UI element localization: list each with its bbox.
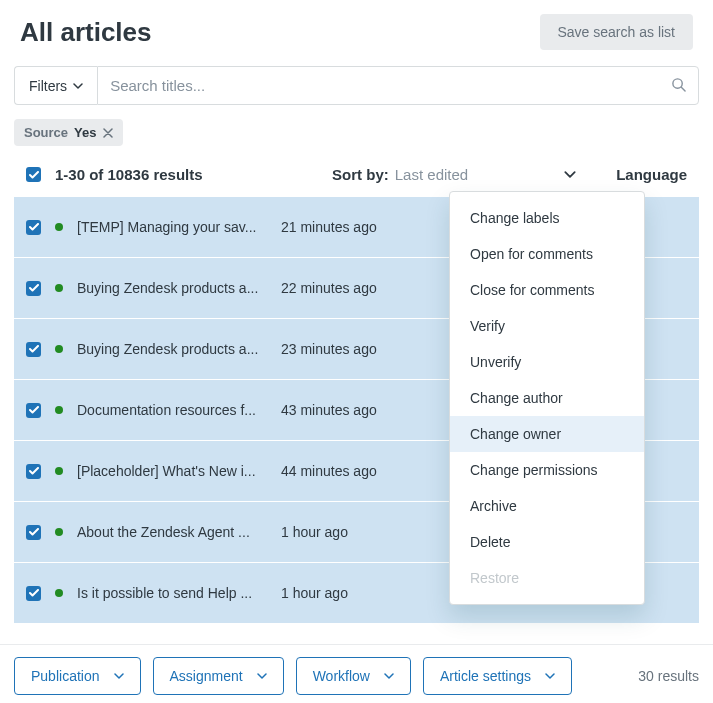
footer-results-count: 30 results bbox=[638, 668, 699, 684]
menu-item-change-permissions[interactable]: Change permissions bbox=[450, 452, 644, 488]
article-title[interactable]: Buying Zendesk products a... bbox=[77, 341, 267, 357]
button-label: Publication bbox=[31, 668, 100, 684]
article-title[interactable]: About the Zendesk Agent ... bbox=[77, 524, 267, 540]
article-time: 22 minutes ago bbox=[281, 280, 441, 296]
filters-button[interactable]: Filters bbox=[14, 66, 97, 105]
page-title: All articles bbox=[20, 17, 152, 48]
menu-item-unverify[interactable]: Unverify bbox=[450, 344, 644, 380]
chevron-down-icon bbox=[73, 83, 83, 89]
publication-button[interactable]: Publication bbox=[14, 657, 141, 695]
article-title[interactable]: Documentation resources f... bbox=[77, 402, 267, 418]
row-checkbox[interactable] bbox=[26, 403, 41, 418]
menu-item-archive[interactable]: Archive bbox=[450, 488, 644, 524]
status-dot bbox=[55, 406, 63, 414]
search-input[interactable] bbox=[110, 67, 671, 104]
menu-item-change-author[interactable]: Change author bbox=[450, 380, 644, 416]
row-checkbox[interactable] bbox=[26, 281, 41, 296]
row-checkbox[interactable] bbox=[26, 464, 41, 479]
chevron-down-icon bbox=[545, 673, 555, 679]
workflow-button[interactable]: Workflow bbox=[296, 657, 411, 695]
chevron-down-icon bbox=[114, 673, 124, 679]
results-count: 1-30 of 10836 results bbox=[55, 166, 203, 183]
button-label: Article settings bbox=[440, 668, 531, 684]
sort-by-value[interactable]: Last edited bbox=[395, 166, 468, 183]
button-label: Workflow bbox=[313, 668, 370, 684]
select-all-checkbox[interactable] bbox=[26, 167, 41, 182]
row-checkbox[interactable] bbox=[26, 220, 41, 235]
status-dot bbox=[55, 284, 63, 292]
chip-value: Yes bbox=[74, 125, 96, 140]
menu-item-change-owner[interactable]: Change owner bbox=[450, 416, 644, 452]
article-time: 1 hour ago bbox=[281, 524, 441, 540]
menu-item-restore: Restore bbox=[450, 560, 644, 596]
menu-item-verify[interactable]: Verify bbox=[450, 308, 644, 344]
status-dot bbox=[55, 589, 63, 597]
article-time: 1 hour ago bbox=[281, 585, 441, 601]
language-column-header[interactable]: Language bbox=[616, 166, 687, 183]
article-title[interactable]: Buying Zendesk products a... bbox=[77, 280, 267, 296]
row-checkbox[interactable] bbox=[26, 586, 41, 601]
article-title[interactable]: [Placeholder] What's New i... bbox=[77, 463, 267, 479]
chevron-down-icon bbox=[384, 673, 394, 679]
menu-item-delete[interactable]: Delete bbox=[450, 524, 644, 560]
row-checkbox[interactable] bbox=[26, 342, 41, 357]
article-time: 44 minutes ago bbox=[281, 463, 441, 479]
filters-label: Filters bbox=[29, 78, 67, 94]
article-settings-menu: Change labelsOpen for commentsClose for … bbox=[449, 191, 645, 605]
svg-line-1 bbox=[681, 87, 685, 91]
sort-by-label: Sort by: bbox=[332, 166, 389, 183]
menu-item-open-for-comments[interactable]: Open for comments bbox=[450, 236, 644, 272]
article-title[interactable]: Is it possible to send Help ... bbox=[77, 585, 267, 601]
button-label: Assignment bbox=[170, 668, 243, 684]
status-dot bbox=[55, 223, 63, 231]
article-settings-button[interactable]: Article settings bbox=[423, 657, 572, 695]
filter-chip-source[interactable]: Source Yes bbox=[14, 119, 123, 146]
close-icon[interactable] bbox=[103, 128, 113, 138]
status-dot bbox=[55, 528, 63, 536]
article-title[interactable]: [TEMP] Managing your sav... bbox=[77, 219, 267, 235]
article-time: 21 minutes ago bbox=[281, 219, 441, 235]
search-icon bbox=[671, 77, 686, 95]
save-search-button[interactable]: Save search as list bbox=[540, 14, 694, 50]
assignment-button[interactable]: Assignment bbox=[153, 657, 284, 695]
row-checkbox[interactable] bbox=[26, 525, 41, 540]
chevron-down-icon[interactable] bbox=[474, 171, 576, 178]
menu-item-close-for-comments[interactable]: Close for comments bbox=[450, 272, 644, 308]
article-time: 43 minutes ago bbox=[281, 402, 441, 418]
article-time: 23 minutes ago bbox=[281, 341, 441, 357]
status-dot bbox=[55, 345, 63, 353]
chip-key: Source bbox=[24, 125, 68, 140]
bulk-action-bar: PublicationAssignmentWorkflowArticle set… bbox=[0, 644, 713, 703]
menu-item-change-labels[interactable]: Change labels bbox=[450, 200, 644, 236]
chevron-down-icon bbox=[257, 673, 267, 679]
status-dot bbox=[55, 467, 63, 475]
